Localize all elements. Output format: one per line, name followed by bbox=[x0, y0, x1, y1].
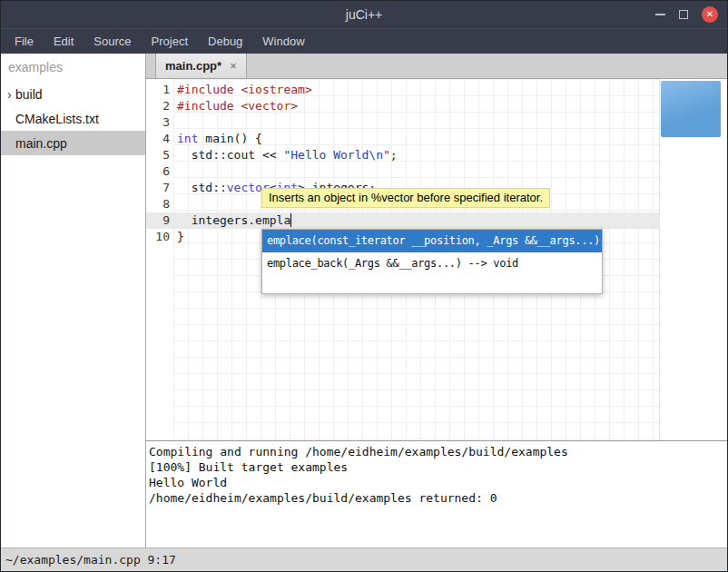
code-segment: std::cout << bbox=[177, 148, 283, 162]
line-number: 1 bbox=[146, 82, 170, 98]
doc-tooltip: Inserts an object in %vector before spec… bbox=[261, 188, 550, 208]
menu-item-project[interactable]: Project bbox=[142, 29, 198, 54]
line-number: 8 bbox=[146, 196, 170, 212]
titlebar: juCi++ bbox=[1, 1, 727, 28]
code-segment: #include <iostream> bbox=[177, 83, 312, 96]
sidebar-item-label: main.cpp bbox=[15, 136, 67, 151]
line-number: 5 bbox=[146, 147, 170, 163]
editor-lines: 1#include <iostream>2#include <vector>34… bbox=[146, 79, 727, 245]
editor-line[interactable]: 3 bbox=[146, 114, 727, 131]
line-number: 4 bbox=[146, 131, 170, 147]
code-segment: } bbox=[177, 230, 184, 243]
autocomplete-item[interactable]: emplace_back(_Args &&__args...) --> void bbox=[262, 252, 602, 275]
sidebar-item-label: CMakeLists.txt bbox=[15, 112, 99, 126]
code-text: std::cout << "Hello World\n"; bbox=[170, 147, 398, 163]
code-segment: integers.empla bbox=[177, 213, 290, 227]
menu-item-edit[interactable]: Edit bbox=[44, 29, 84, 54]
line-number: 7 bbox=[146, 180, 170, 196]
code-segment: "Hello World\n" bbox=[283, 148, 389, 162]
output-line: Hello World bbox=[149, 475, 727, 490]
menubar: FileEditSourceProjectDebugWindow bbox=[1, 28, 727, 54]
autocomplete-item[interactable]: emplace(const_iterator __position, _Args… bbox=[262, 230, 602, 252]
output-line: [100%] Built target examples bbox=[149, 459, 727, 475]
line-number: 3 bbox=[146, 114, 170, 131]
line-number: 9 bbox=[146, 212, 170, 229]
editor-line[interactable]: 9 integers.empla bbox=[146, 212, 727, 229]
code-text: } bbox=[170, 229, 184, 245]
scrollbar-minimap[interactable] bbox=[661, 81, 721, 137]
file-explorer: examples ›buildCMakeLists.txtmain.cpp bbox=[1, 54, 146, 547]
menu-item-source[interactable]: Source bbox=[84, 29, 141, 54]
output-line: /home/eidheim/examples/build/examples re… bbox=[149, 490, 727, 506]
autocomplete-popup: emplace(const_iterator __position, _Args… bbox=[261, 229, 603, 294]
window-controls bbox=[655, 1, 718, 28]
sidebar-item-main-cpp[interactable]: main.cpp bbox=[1, 131, 145, 155]
code-segment: std:: bbox=[177, 181, 227, 194]
editor-line[interactable]: 6 bbox=[146, 163, 727, 180]
code-text: integers.empla bbox=[170, 212, 291, 229]
main-area: main.cpp*× 1#include <iostream>2#include… bbox=[146, 54, 727, 547]
sidebar-item-build[interactable]: ›build bbox=[1, 82, 145, 106]
tabbar: main.cpp*× bbox=[146, 54, 727, 79]
window-body: examples ›buildCMakeLists.txtmain.cpp ma… bbox=[1, 54, 727, 547]
line-number: 6 bbox=[146, 163, 170, 180]
statusbar: ~/examples/main.cpp 9:17 bbox=[1, 547, 727, 571]
code-text: #include <vector> bbox=[170, 98, 298, 114]
text-cursor bbox=[290, 213, 291, 227]
statusbar-text: ~/examples/main.cpp 9:17 bbox=[5, 553, 176, 567]
code-editor[interactable]: 1#include <iostream>2#include <vector>34… bbox=[146, 79, 727, 440]
code-text: int main() { bbox=[170, 131, 262, 147]
window-title: juCi++ bbox=[346, 7, 382, 22]
code-text bbox=[170, 163, 177, 180]
maximize-icon[interactable] bbox=[679, 10, 688, 19]
menu-item-window[interactable]: Window bbox=[252, 29, 314, 54]
file-tree: ›buildCMakeLists.txtmain.cpp bbox=[1, 82, 145, 155]
code-text: #include <iostream> bbox=[170, 82, 312, 98]
tab-label: main.cpp* bbox=[165, 59, 221, 73]
close-icon[interactable] bbox=[702, 6, 718, 23]
line-number: 2 bbox=[146, 98, 170, 114]
editor-line[interactable]: 4int main() { bbox=[146, 131, 727, 147]
app-window: juCi++ FileEditSourceProjectDebugWindow … bbox=[0, 0, 728, 572]
editor-line[interactable]: 5 std::cout << "Hello World\n"; bbox=[146, 147, 727, 163]
code-text bbox=[170, 114, 177, 131]
sidebar-item-label: build bbox=[15, 87, 43, 102]
code-segment: int bbox=[177, 132, 198, 145]
menu-item-file[interactable]: File bbox=[5, 29, 44, 54]
code-segment: #include <vector> bbox=[177, 99, 298, 113]
editor-line[interactable]: 1#include <iostream> bbox=[146, 82, 727, 98]
tab-close-icon[interactable]: × bbox=[230, 59, 237, 73]
code-segment: main() { bbox=[198, 132, 261, 145]
minimize-icon[interactable] bbox=[655, 14, 665, 15]
project-name: examples bbox=[1, 54, 145, 82]
tab-main-cpp[interactable]: main.cpp*× bbox=[155, 54, 247, 78]
chevron-right-icon: › bbox=[1, 87, 15, 102]
line-number: 10 bbox=[146, 229, 170, 245]
code-text bbox=[170, 196, 177, 212]
output-line: Compiling and running /home/eidheim/exam… bbox=[149, 444, 727, 459]
menu-item-debug[interactable]: Debug bbox=[198, 29, 252, 54]
sidebar-item-cmakelists-txt[interactable]: CMakeLists.txt bbox=[1, 106, 145, 131]
editor-line[interactable]: 2#include <vector> bbox=[146, 98, 727, 114]
output-panel[interactable]: Compiling and running /home/eidheim/exam… bbox=[146, 440, 727, 547]
code-segment: ; bbox=[390, 148, 398, 162]
